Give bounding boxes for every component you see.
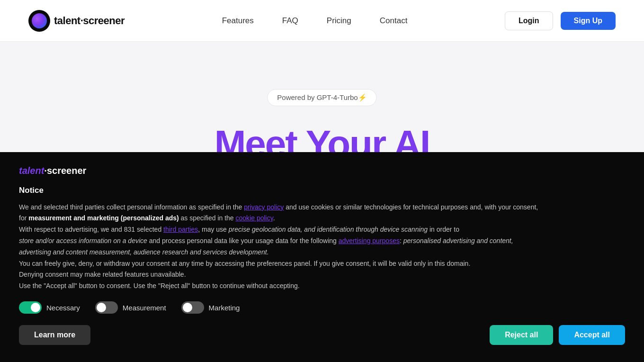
cookie-toggles: Necessary Measurement Marketing: [19, 301, 625, 314]
toggle-measurement-thumb: [97, 303, 106, 312]
cookie-text-p2b: , may use: [198, 226, 229, 233]
accept-all-button[interactable]: Accept all: [559, 325, 625, 345]
cookie-text-p3: You can freely give, deny, or withdraw y…: [19, 260, 470, 267]
toggle-measurement: Measurement: [95, 301, 166, 314]
cookie-text-p5: Use the "Accept all" button to consent. …: [19, 282, 300, 290]
nav-links: Features FAQ Pricing Contact: [222, 16, 408, 26]
cookie-right-buttons: Reject all Accept all: [490, 325, 625, 345]
toggle-marketing: Marketing: [181, 301, 240, 314]
cookie-text: We and selected third parties collect pe…: [19, 202, 540, 292]
cookie-text-italic1: precise geolocation data, and identifica…: [229, 226, 428, 233]
toggle-necessary: Necessary: [19, 301, 80, 314]
cookie-logo: talent·screener: [19, 165, 625, 176]
cookie-text-p2d: and process personal data like your usag…: [147, 237, 339, 244]
cookie-text-p2c: in order to: [428, 226, 459, 233]
learn-more-button[interactable]: Learn more: [19, 325, 90, 345]
toggle-necessary-label: Necessary: [46, 304, 80, 312]
toggle-necessary-track[interactable]: [19, 301, 42, 314]
toggle-marketing-track[interactable]: [181, 301, 204, 314]
cookie-text-p2e: :: [400, 237, 403, 244]
privacy-policy-link[interactable]: privacy policy: [244, 203, 284, 211]
toggle-measurement-track[interactable]: [95, 301, 118, 314]
cookie-text-p1a: We and selected third parties collect pe…: [19, 203, 244, 211]
cookie-text-p2a: With respect to advertising, we and 831 …: [19, 226, 163, 233]
cookie-banner: talent·screener Notice We and selected t…: [0, 152, 644, 362]
cookie-text-p4: Denying consent may make related feature…: [19, 271, 186, 278]
toggle-measurement-label: Measurement: [123, 304, 166, 312]
logo-text: talent·screener: [54, 15, 125, 27]
logo-icon: [28, 10, 50, 32]
login-button[interactable]: Login: [505, 11, 553, 30]
toggle-necessary-thumb: [31, 303, 40, 312]
nav-link-contact[interactable]: Contact: [380, 16, 408, 26]
svg-point-1: [32, 13, 47, 28]
signup-button[interactable]: Sign Up: [561, 12, 616, 30]
cookie-text-p1d: .: [273, 214, 275, 222]
nav-link-faq[interactable]: FAQ: [282, 16, 298, 26]
cookie-policy-link[interactable]: cookie policy: [236, 214, 273, 222]
third-parties-link[interactable]: third parties: [163, 226, 198, 233]
toggle-marketing-label: Marketing: [209, 304, 240, 312]
reject-all-button[interactable]: Reject all: [490, 325, 553, 345]
navbar: talent·screener Features FAQ Pricing Con…: [0, 0, 644, 42]
cookie-text-p1c: as specified in the: [179, 214, 236, 222]
toggle-marketing-thumb: [183, 303, 192, 312]
logo: talent·screener: [28, 10, 125, 32]
nav-link-pricing[interactable]: Pricing: [327, 16, 351, 26]
cookie-logo-screener: screener: [47, 165, 86, 176]
nav-actions: Login Sign Up: [505, 11, 616, 30]
cookie-actions: Learn more Reject all Accept all: [19, 325, 625, 345]
cookie-text-bold: measurement and marketing (personalized …: [28, 214, 179, 222]
cookie-notice-title: Notice: [19, 186, 625, 195]
powered-badge: Powered by GPT-4-Turbo⚡: [267, 89, 376, 106]
advertising-purposes-link[interactable]: advertising purposes: [339, 237, 400, 244]
cookie-logo-text: talent·screener: [19, 165, 86, 176]
cookie-text-italic2: store and/or access information on a dev…: [19, 237, 147, 244]
cookie-logo-talent: talent: [19, 165, 44, 176]
nav-link-features[interactable]: Features: [222, 16, 254, 26]
